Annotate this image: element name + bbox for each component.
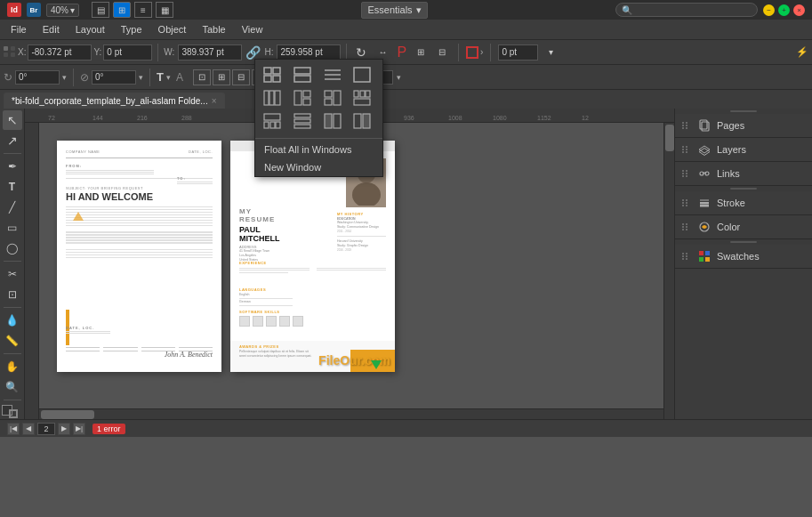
svg-point-5 [705, 172, 709, 175]
error-badge[interactable]: 1 error [92, 424, 125, 434]
page-number-input[interactable] [37, 423, 55, 435]
close-button[interactable]: × [793, 4, 805, 16]
view-icon-9[interactable] [259, 109, 285, 133]
text-drop[interactable]: ▾ [166, 73, 171, 82]
view-mode-3[interactable]: ≡ [134, 2, 152, 18]
view-icon-6[interactable] [289, 86, 316, 109]
eyedropper-tool[interactable]: 💧 [3, 311, 22, 330]
fill-stroke-icons [2, 405, 23, 416]
scrollbar-thumb-v[interactable] [665, 125, 674, 151]
view-icon-12[interactable] [349, 109, 375, 133]
nav-prev[interactable]: ◀ [22, 423, 35, 435]
free-transform-tool[interactable]: ⊡ [3, 285, 22, 304]
menu-type[interactable]: Type [114, 22, 149, 36]
lp-grid-lines [66, 344, 213, 354]
menu-table[interactable]: Table [195, 22, 232, 36]
transform-icon: P [397, 44, 406, 61]
menu-view[interactable]: View [235, 22, 270, 36]
align-icon[interactable]: ⊞ [412, 44, 430, 61]
h-input[interactable] [277, 44, 341, 61]
layers-header[interactable]: Layers [675, 138, 812, 161]
bridge-icon: Br [27, 3, 41, 17]
maximize-button[interactable]: + [778, 4, 790, 16]
view-icon-11[interactable] [319, 109, 346, 133]
title-bar-mid: Essentials ▾ [179, 2, 610, 19]
scissors-tool[interactable]: ✂ [3, 264, 22, 284]
hand-tool[interactable]: ✋ [3, 357, 22, 376]
view-icon-8[interactable] [349, 86, 375, 109]
zoom-tool[interactable]: 🔍 [3, 377, 22, 397]
stroke-panel-icon [697, 196, 712, 210]
ellipse-tool[interactable]: ◯ [3, 238, 22, 258]
stroke-arrow[interactable]: ▾ [542, 44, 559, 61]
zoom-control[interactable]: 40% ▾ [46, 4, 79, 17]
pt-drop[interactable]: ▾ [397, 73, 401, 82]
view-mode-2[interactable]: ⊞ [113, 2, 131, 18]
window-controls[interactable]: − + × [763, 4, 805, 16]
scrollbar-thumb-h[interactable] [41, 410, 94, 419]
stroke-icon[interactable] [9, 409, 18, 418]
minimize-button[interactable]: − [763, 4, 775, 16]
frame-icon2[interactable]: ⊞ [213, 69, 230, 85]
color-header[interactable]: Color [675, 215, 812, 238]
new-window-item[interactable]: New Window [255, 158, 382, 176]
menu-layout[interactable]: Layout [68, 22, 112, 36]
document-tab[interactable]: *bi-fold_corporate_template_by_ali-aslam… [4, 93, 225, 109]
menu-edit[interactable]: Edit [36, 22, 67, 36]
swatches-header[interactable]: Swatches [675, 245, 812, 268]
view-icon-10[interactable] [289, 109, 316, 133]
line-tool[interactable]: ╱ [3, 198, 22, 217]
stroke-width-input[interactable] [498, 44, 538, 61]
view-icon-7[interactable] [319, 86, 346, 109]
measure-tool[interactable]: 📏 [3, 331, 22, 351]
menu-file[interactable]: File [4, 22, 34, 36]
rotate-icon[interactable]: ↻ [352, 44, 370, 61]
w-label: W: [164, 47, 174, 57]
flip-h-icon[interactable]: ↔ [374, 44, 391, 61]
nav-last[interactable]: ▶| [73, 423, 85, 435]
angle-drop2[interactable]: ▾ [139, 73, 143, 82]
w-input[interactable] [178, 44, 242, 61]
drag-handle6 [682, 253, 688, 260]
distribute-icon[interactable]: ⊟ [433, 44, 451, 61]
view-mode-1[interactable]: ▤ [92, 2, 109, 18]
stroke-header[interactable]: Stroke [675, 191, 812, 214]
y-input[interactable] [103, 44, 152, 61]
tool-sep2 [4, 261, 21, 262]
float-all-windows-item[interactable]: Float All in Windows [255, 141, 382, 158]
select-tool[interactable]: ↖ [3, 110, 22, 130]
svg-rect-39 [270, 122, 275, 128]
type-tool[interactable]: T [3, 177, 22, 197]
chain-icon[interactable]: 🔗 [245, 45, 261, 60]
angle-input2[interactable] [92, 70, 136, 85]
angle-drop1[interactable]: ▾ [62, 73, 67, 82]
essentials-dropdown[interactable]: Essentials ▾ [361, 2, 427, 19]
x-input[interactable] [28, 44, 92, 61]
view-icon-2[interactable] [289, 63, 316, 86]
view-icon-4[interactable] [349, 63, 375, 86]
frame-icon1[interactable]: ⊡ [193, 69, 211, 85]
scrollbar-horizontal[interactable] [39, 408, 663, 419]
lp-to-section: TO: [177, 176, 213, 185]
frame-icon3[interactable]: ⊟ [232, 69, 250, 85]
rect-tool[interactable]: ▭ [3, 218, 22, 238]
nav-next[interactable]: ▶ [58, 423, 70, 435]
pages-header[interactable]: Pages [675, 114, 812, 137]
view-mode-4[interactable]: ▦ [156, 2, 173, 18]
lp-header: COMPANY NAME DATE, LOC. [66, 149, 213, 154]
scrollbar-vertical[interactable] [663, 123, 674, 419]
view-icon-3[interactable] [319, 63, 346, 86]
pen-tool[interactable]: ✒ [3, 157, 22, 176]
direct-select-tool[interactable]: ↗ [3, 131, 22, 150]
view-icon-5[interactable] [259, 86, 285, 109]
svg-rect-23 [354, 68, 370, 82]
lightning-icon[interactable]: ⚡ [796, 46, 808, 58]
menu-object[interactable]: Object [151, 22, 194, 36]
tab-close-btn[interactable]: × [212, 96, 217, 106]
links-header[interactable]: Links [675, 162, 812, 185]
nav-first[interactable]: |◀ [7, 423, 20, 435]
right-panel: Pages Layers [674, 109, 812, 419]
view-icon-1[interactable] [259, 63, 285, 86]
search-bar[interactable]: 🔍 [615, 3, 758, 17]
angle-input1[interactable] [15, 70, 60, 85]
